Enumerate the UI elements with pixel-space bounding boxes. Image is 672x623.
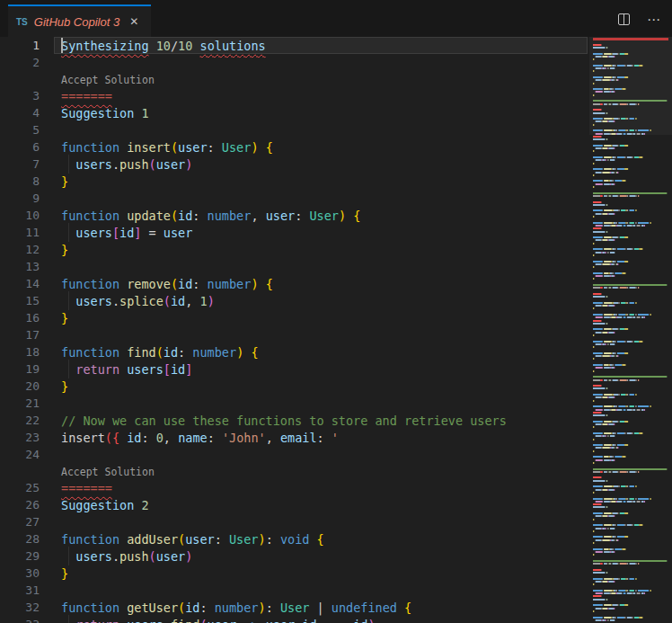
line-number: 6 [0,140,40,154]
line-number: 18 [0,345,40,359]
code-line[interactable]: 17 [0,326,589,343]
line-number: 10 [0,209,40,222]
code-line[interactable]: 5 [0,121,589,138]
tab-close-icon[interactable]: ✕ [126,13,142,30]
code-line[interactable]: 25======= [0,479,589,496]
line-number: 29 [0,549,40,563]
code-text: users[id] = user [40,226,192,240]
code-line[interactable]: 3======= [0,87,589,104]
code-line[interactable]: 29 users.push(user) [0,547,589,565]
code-text: ======= [40,481,112,495]
line-number: 4 [0,106,40,120]
code-line[interactable]: 15 users.splice(id, 1) [0,292,589,309]
code-line[interactable]: 13 [0,258,589,275]
codelens-row: Accept Solution [0,71,589,87]
line-number: 31 [0,583,40,597]
line-number: 5 [0,123,40,137]
code-text: return users[id] [40,362,192,377]
line-number: 11 [0,226,40,239]
accept-solution-link[interactable]: Accept Solution [61,74,155,87]
line-number: 12 [0,243,40,256]
line-number: 13 [0,260,40,273]
line-number: 8 [0,174,40,188]
line-number: 7 [0,157,40,171]
code-text: ======= [40,89,112,103]
code-text: function remove(id: number) { [40,277,273,291]
code-text: } [40,379,68,394]
line-number: 30 [0,566,40,580]
code-line[interactable]: 10function update(id: number, user: User… [0,207,589,224]
code-line[interactable]: 28function addUser(user: User): void { [0,530,589,547]
accept-solution-link[interactable]: Accept Solution [61,466,155,479]
code-line[interactable]: 21 [0,395,589,412]
code-line[interactable]: 31 [0,582,589,599]
code-text: users.push(user) [40,157,192,172]
code-text: Suggestion 2 [40,498,149,512]
code-line[interactable]: 4Suggestion 1 [0,104,589,121]
line-number: 22 [0,414,40,427]
code-line[interactable]: 20} [0,378,589,395]
code-line[interactable]: 26Suggestion 2 [0,496,589,513]
line-number: 26 [0,498,40,512]
ellipsis-icon: ⋯ [647,13,661,26]
tab-bar: TS GitHub Copilot 3 ✕ ⋯ [0,0,672,37]
line-number: 15 [0,294,40,307]
code-line[interactable]: 8} [0,173,589,190]
code-line[interactable]: 14function remove(id: number) { [0,275,589,292]
code-text: function update(id: number, user: User) … [40,209,360,223]
line-number: 2 [0,56,40,69]
line-number: 17 [0,328,40,342]
codelens-row: Accept Solution [0,463,589,479]
code-line[interactable]: 1Synthesizing 10/10 solutions [0,37,589,54]
line-number: 32 [0,601,40,614]
more-actions-button[interactable]: ⋯ [645,10,663,28]
code-text: } [40,311,68,325]
code-line[interactable]: 16} [0,309,589,326]
code-line[interactable]: 27 [0,513,589,530]
code-text: // Now we can use these functions to sto… [40,414,507,428]
code-line[interactable]: 30} [0,565,589,582]
code-text: Suggestion 1 [40,106,149,120]
line-number: 14 [0,277,40,290]
code-text: function insert(user: User) { [40,140,273,155]
line-number: 25 [0,481,40,494]
code-text: } [40,566,68,581]
minimap-canvas[interactable] [589,37,672,623]
code-text: users.push(user) [40,549,192,564]
tab-title: GitHub Copilot 3 [34,15,119,29]
editor-content[interactable]: 1Synthesizing 10/10 solutions2Accept Sol… [0,37,589,623]
code-line[interactable]: 19 return users[id] [0,360,589,378]
line-number: 16 [0,311,40,325]
line-number: 1 [0,39,40,52]
code-line[interactable]: 6function insert(user: User) { [0,138,589,156]
line-number: 28 [0,532,40,546]
line-number: 23 [0,431,40,444]
editor-actions: ⋯ [615,10,663,28]
text-cursor [61,38,63,53]
line-number: 9 [0,191,40,205]
code-line[interactable]: 33 return users.find(user => user.id ===… [0,616,589,623]
tab-github-copilot[interactable]: TS GitHub Copilot 3 ✕ [8,4,151,37]
code-text: function getUser(id: number): User | und… [40,601,411,615]
line-number: 33 [0,618,40,623]
code-line[interactable]: 24 [0,446,589,463]
line-number: 3 [0,89,40,102]
line-number: 20 [0,379,40,393]
vscode-editor-window: TS GitHub Copilot 3 ✕ ⋯ 1Synthesizing 10… [0,0,672,623]
code-line[interactable]: 22// Now we can use these functions to s… [0,412,589,429]
code-text: function addUser(user: User): void { [40,532,324,547]
code-text: Synthesizing 10/10 solutions [40,39,266,53]
code-line[interactable]: 11 users[id] = user [0,224,589,241]
code-text: users.splice(id, 1) [40,294,215,308]
code-line[interactable]: 18function find(id: number) { [0,343,589,360]
code-line[interactable]: 2 [0,54,589,71]
code-line[interactable]: 23insert({ id: 0, name: 'John', email: ' [0,429,589,446]
code-line[interactable]: 12} [0,241,589,258]
code-line[interactable]: 7 users.push(user) [0,156,589,173]
minimap[interactable] [589,37,672,623]
line-number: 19 [0,362,40,376]
split-editor-button[interactable] [615,10,632,28]
code-text: } [40,174,68,189]
code-line[interactable]: 32function getUser(id: number): User | u… [0,599,589,616]
code-line[interactable]: 9 [0,190,589,207]
